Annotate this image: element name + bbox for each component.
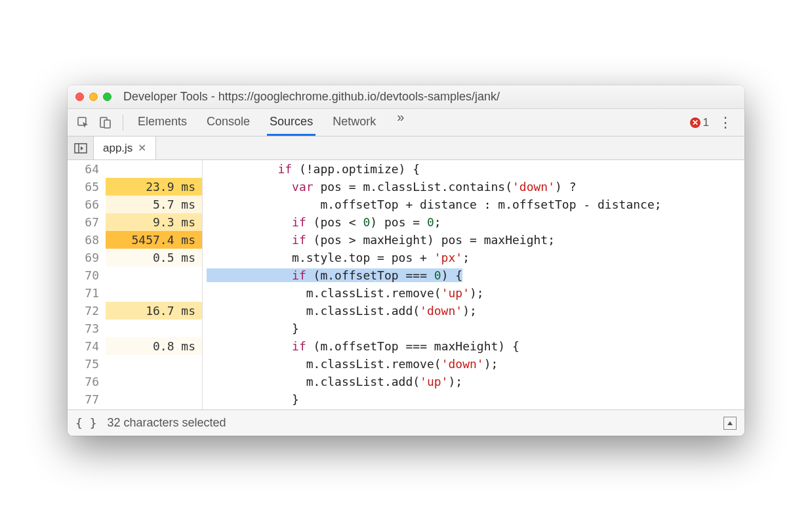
code-line[interactable]: m.classList.add('down'); [203, 302, 744, 320]
line-number: 67 [68, 213, 106, 231]
code-line[interactable]: if (m.offsetTop === 0) { [203, 266, 744, 284]
minimize-window-button[interactable] [89, 93, 98, 101]
error-count: 1 [703, 116, 709, 129]
code-line[interactable]: } [203, 390, 744, 408]
code-line[interactable]: m.offsetTop + distance : m.offsetTop - d… [203, 196, 744, 213]
line-number: 68 [68, 231, 106, 249]
code-editor[interactable]: 6465666768697071727374757677 23.9 ms5.7 … [68, 160, 744, 409]
navigator-toggle-button[interactable] [68, 136, 94, 159]
settings-menu-button[interactable]: ⋮ [713, 114, 738, 131]
toolbar-separator [123, 115, 123, 131]
line-number: 69 [68, 249, 106, 266]
error-icon: ✕ [690, 117, 700, 128]
tab-console[interactable]: Console [204, 110, 253, 135]
line-time: 5.7 ms [106, 196, 202, 213]
code-content[interactable]: if (!app.optimize) { var pos = m.classLi… [203, 160, 744, 409]
file-tab-appjs[interactable]: app.js ✕ [94, 136, 156, 159]
titlebar: Developer Tools - https://googlechrome.g… [68, 85, 744, 109]
tab-network[interactable]: Network [330, 110, 378, 135]
line-number: 64 [68, 160, 106, 178]
code-line[interactable]: if (!app.optimize) { [203, 160, 744, 178]
status-text: 32 characters selected [108, 416, 226, 430]
drawer-toggle-button[interactable] [723, 417, 737, 430]
window-title: Developer Tools - https://googlechrome.g… [123, 90, 500, 104]
panel-tabs: Elements Console Sources Network » [135, 110, 408, 135]
line-time [106, 390, 202, 408]
line-number: 65 [68, 178, 106, 196]
line-time [106, 284, 202, 302]
tab-elements[interactable]: Elements [135, 110, 190, 135]
line-time: 9.3 ms [106, 213, 202, 231]
code-line[interactable]: m.style.top = pos + 'px'; [203, 249, 744, 266]
line-number: 72 [68, 302, 106, 320]
line-time: 16.7 ms [106, 302, 202, 320]
line-time [106, 160, 202, 178]
line-time [106, 355, 202, 373]
tab-sources[interactable]: Sources [267, 110, 315, 135]
line-time: 5457.4 ms [106, 231, 202, 249]
traffic-lights [75, 93, 112, 101]
close-file-tab-icon[interactable]: ✕ [138, 142, 146, 154]
code-line[interactable]: m.classList.add('up'); [203, 373, 744, 390]
line-time [106, 320, 202, 337]
code-line[interactable]: if (m.offsetTop === maxHeight) { [203, 337, 744, 355]
line-number: 76 [68, 373, 106, 390]
line-time: 0.8 ms [106, 337, 202, 355]
zoom-window-button[interactable] [103, 93, 112, 101]
line-number-gutter: 6465666768697071727374757677 [68, 160, 106, 409]
line-time [106, 266, 202, 284]
devtools-window: Developer Tools - https://googlechrome.g… [68, 85, 744, 436]
error-count-badge[interactable]: ✕ 1 [690, 116, 709, 129]
code-line[interactable]: if (pos < 0) pos = 0; [203, 213, 744, 231]
line-number: 73 [68, 320, 106, 337]
line-time: 23.9 ms [106, 178, 202, 196]
code-line[interactable]: m.classList.remove('down'); [203, 355, 744, 373]
main-toolbar: Elements Console Sources Network » ✕ 1 ⋮ [68, 109, 744, 136]
code-line[interactable]: } [203, 320, 744, 337]
code-line[interactable]: if (pos > maxHeight) pos = maxHeight; [203, 231, 744, 249]
more-tabs-button[interactable]: » [393, 110, 408, 135]
line-number: 66 [68, 196, 106, 213]
line-number: 71 [68, 284, 106, 302]
code-line[interactable]: m.classList.remove('up'); [203, 284, 744, 302]
line-time: 0.5 ms [106, 249, 202, 266]
status-bar: { } 32 characters selected [68, 409, 744, 436]
line-number: 75 [68, 355, 106, 373]
line-number: 77 [68, 390, 106, 408]
line-time [106, 373, 202, 390]
pretty-print-button[interactable]: { } [75, 416, 97, 430]
line-number: 70 [68, 266, 106, 284]
device-toolbar-icon[interactable] [96, 114, 115, 132]
file-tab-bar: app.js ✕ [68, 136, 744, 160]
line-number: 74 [68, 337, 106, 355]
svg-rect-2 [104, 120, 110, 128]
profiling-time-gutter: 23.9 ms5.7 ms9.3 ms5457.4 ms0.5 ms16.7 m… [106, 160, 203, 409]
file-tab-label: app.js [103, 142, 132, 155]
close-window-button[interactable] [75, 93, 84, 101]
inspect-element-icon[interactable] [74, 114, 92, 132]
code-line[interactable]: var pos = m.classList.contains('down') ? [203, 178, 744, 196]
